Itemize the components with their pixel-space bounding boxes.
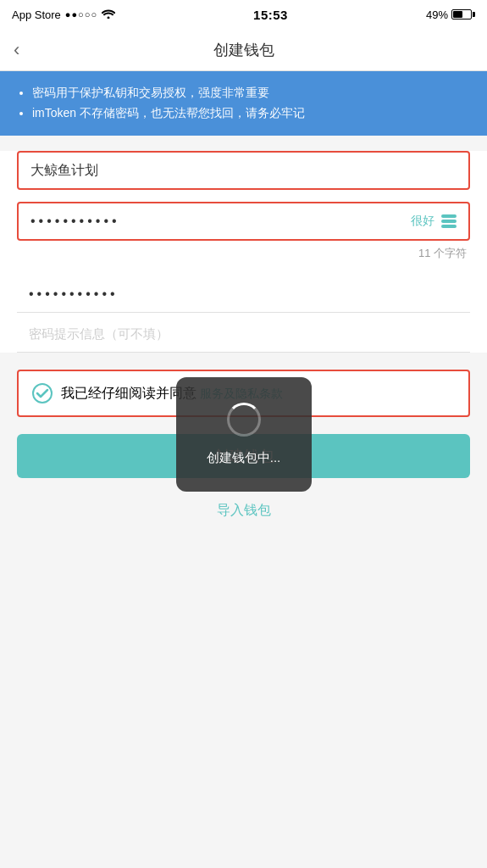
- loading-box: 创建钱包中...: [176, 377, 312, 492]
- loading-overlay: 创建钱包中...: [0, 0, 487, 868]
- loading-text: 创建钱包中...: [207, 450, 281, 466]
- loading-spinner: [227, 403, 261, 437]
